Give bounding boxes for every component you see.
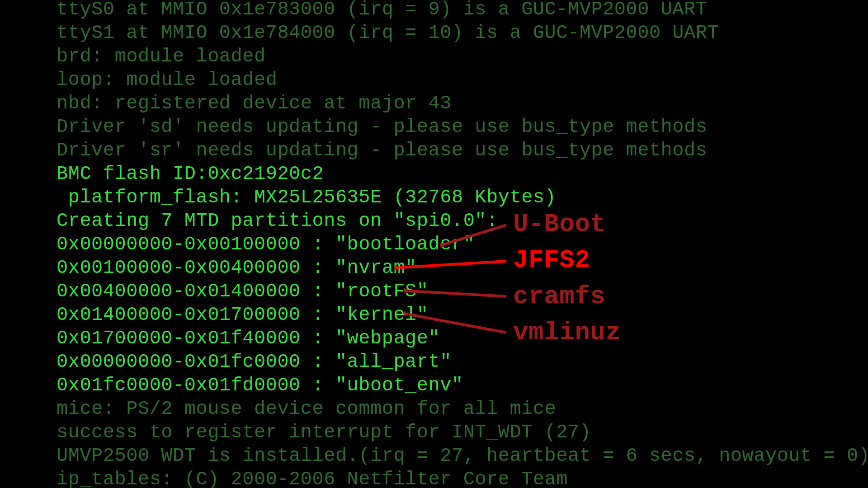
mtd-partition-rootfs: 0x00400000-0x01400000 : "rootFS" bbox=[57, 282, 429, 301]
annotation-cramfs: cramfs bbox=[513, 284, 606, 309]
mtd-partition-bootloader: 0x00000000-0x00100000 : "bootloader" bbox=[57, 235, 475, 254]
log-line: Driver 'sr' needs updating - please use … bbox=[57, 141, 707, 160]
mtd-partition-allpart: 0x00000000-0x01fc0000 : "all_part" bbox=[57, 352, 452, 371]
log-line-highlight: Creating 7 MTD partitions on "spi0.0": bbox=[57, 211, 498, 230]
log-line: ttyS1 at MMIO 0x1e784000 (irq = 10) is a… bbox=[57, 23, 719, 42]
log-line: loop: module loaded bbox=[57, 70, 277, 89]
log-line: ttyS0 at MMIO 0x1e783000 (irq = 9) is a … bbox=[57, 0, 707, 19]
mtd-partition-kernel: 0x01400000-0x01700000 : "kernel" bbox=[57, 305, 429, 324]
log-line: UMVP2500 WDT is installed.(irq = 27, hea… bbox=[57, 446, 868, 465]
mtd-partition-webpage: 0x01700000-0x01f40000 : "webpage" bbox=[57, 329, 440, 348]
terminal-screen: ttyS0 at MMIO 0x1e783000 (irq = 9) is a … bbox=[0, 0, 868, 488]
log-line-highlight: BMC flash ID:0xc21920c2 bbox=[57, 164, 324, 183]
log-line: nbd: registered device at major 43 bbox=[57, 94, 452, 113]
log-line: ip_tables: (C) 2000-2006 Netfilter Core … bbox=[57, 470, 568, 488]
log-line: brd: module loaded bbox=[57, 47, 266, 66]
annotation-jffs2: JFFS2 bbox=[513, 248, 590, 273]
annotation-vmlinuz: vmlinuz bbox=[513, 320, 621, 345]
log-line: Driver 'sd' needs updating - please use … bbox=[57, 117, 707, 136]
annotation-uboot: U-Boot bbox=[513, 211, 606, 237]
log-line: success to register interrupt for INT_WD… bbox=[57, 423, 591, 442]
log-line-highlight: platform_flash: MX25L25635E (32768 Kbyte… bbox=[57, 188, 556, 207]
mtd-partition-ubootenv: 0x01fc0000-0x01fd0000 : "uboot_env" bbox=[57, 376, 463, 395]
log-line: mice: PS/2 mouse device common for all m… bbox=[57, 399, 556, 418]
mtd-partition-nvram: 0x00100000-0x00400000 : "nvram" bbox=[57, 258, 417, 277]
